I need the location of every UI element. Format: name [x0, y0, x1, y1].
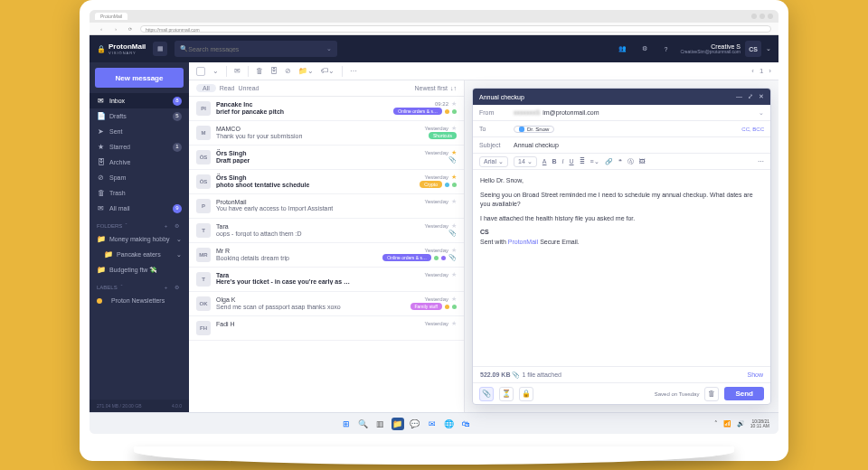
bold-icon[interactable]: B [552, 158, 556, 164]
chat-icon[interactable]: 💬 [409, 418, 421, 430]
bcc-button[interactable]: BCC [752, 127, 764, 132]
align-icon[interactable]: ≡⌄ [590, 158, 599, 165]
new-message-button[interactable]: New message [95, 68, 184, 88]
compose-header[interactable]: Annual checkup — ⤢ ✕ [473, 89, 770, 105]
taskview-icon[interactable]: ▥ [374, 418, 387, 430]
attach-icon[interactable]: 📎 [479, 387, 494, 401]
app-grid-icon[interactable]: ▦ [153, 42, 167, 56]
minimize-icon[interactable]: — [736, 93, 742, 100]
nav-reload-icon[interactable]: ⟳ [126, 26, 135, 32]
sidebar-item-all-mail[interactable]: ✉All mail9 [90, 201, 189, 216]
send-button[interactable]: Send [724, 387, 764, 400]
sidebar-item-archive[interactable]: 🗄Archive [90, 155, 189, 170]
message-row[interactable]: T TaraYesterday★ oops - forgot to attach… [189, 219, 464, 243]
wifi-icon[interactable]: 📶 [723, 420, 731, 428]
mail-icon[interactable]: ✉ [426, 418, 439, 430]
recipient-chip[interactable]: Dr. Snow [514, 126, 554, 133]
star-icon[interactable]: ★ [451, 149, 457, 156]
sort-button[interactable]: Newest first ↓↑ [414, 85, 457, 91]
more-icon[interactable]: ⋯ [350, 67, 357, 75]
sidebar-folder[interactable]: 📁Money making hobby⌄ [90, 231, 189, 247]
sidebar-item-inbox[interactable]: ✉Inbox8 [90, 93, 189, 108]
volume-icon[interactable]: 🔊 [737, 420, 745, 428]
sidebar-item-spam[interactable]: ⊘Spam [90, 170, 189, 185]
settings-icon[interactable]: ⚙ [637, 42, 652, 56]
list-ul-icon[interactable]: ≣ [580, 158, 585, 165]
prev-page-icon[interactable]: ‹ [751, 67, 754, 75]
expire-icon[interactable]: ⏳ [499, 387, 514, 401]
attachments-row[interactable]: 522.09 KB 📎 1 file attached Show [473, 366, 770, 382]
archive-icon[interactable]: 🗄 [270, 67, 278, 75]
filter-unread[interactable]: Unread [239, 85, 259, 91]
search-input[interactable] [188, 46, 297, 52]
color-icon[interactable]: A [542, 158, 547, 164]
chevron-down-icon[interactable]: ⌄ [212, 67, 219, 75]
sidebar-item-trash[interactable]: 🗑Trash [90, 185, 189, 201]
folders-header[interactable]: FOLDERS˄ + ⚙ [90, 216, 189, 231]
star-icon[interactable]: ★ [451, 271, 457, 278]
compose-from-row[interactable]: From xxxxxxxSim@protonmail.com ⌄ [473, 105, 770, 121]
link-icon[interactable]: 🔗 [605, 158, 613, 165]
message-row[interactable]: T TaraYesterday★ Here's your ticket - in… [189, 268, 464, 292]
clear-format-icon[interactable]: Ⓐ [627, 157, 634, 166]
star-icon[interactable]: ★ [451, 198, 457, 205]
star-icon[interactable]: ★ [451, 174, 457, 181]
message-row[interactable]: P ProtonMailYesterday★ You have early ac… [189, 194, 464, 219]
compose-to-row[interactable]: To Dr. Snow CC, BCC [473, 121, 770, 137]
sidebar-label[interactable]: Proton Newsletters [90, 293, 189, 308]
next-page-icon[interactable]: › [769, 67, 771, 75]
cc-button[interactable]: CC [741, 127, 750, 132]
spam-icon[interactable]: ⊘ [285, 67, 291, 75]
label-actions[interactable]: + ⚙ [165, 284, 182, 290]
message-row[interactable]: MR Mr RYesterday★ Booking details dream … [189, 243, 464, 268]
nav-fwd-icon[interactable]: › [111, 26, 120, 32]
sidebar-item-starred[interactable]: ★Starred1 [90, 139, 189, 155]
edge-icon[interactable]: 🌐 [443, 418, 456, 430]
filter-read[interactable]: Read [220, 85, 235, 91]
message-row[interactable]: FH Fadi HYesterday★ [189, 316, 464, 341]
taskbar-clock[interactable]: 10/28/2110:11 AM [750, 419, 769, 428]
select-all-checkbox[interactable] [196, 67, 205, 76]
signature-link[interactable]: ProtonMail [508, 239, 538, 245]
search-box[interactable]: 🔍 ⌄ [175, 41, 337, 57]
star-icon[interactable]: ★ [451, 296, 457, 303]
store-icon[interactable]: 🛍 [460, 418, 473, 430]
show-attachments-button[interactable]: Show [747, 371, 763, 378]
chevron-down-icon[interactable]: ⌄ [176, 249, 182, 259]
browser-tab[interactable]: ProtonMail [95, 13, 127, 20]
chevron-down-icon[interactable]: ⌄ [326, 45, 332, 52]
task-search-icon[interactable]: 🔍 [357, 418, 370, 430]
image-icon[interactable]: 🖼 [639, 158, 646, 164]
message-row[interactable]: M MAMCOYesterday★ Thank you for your sub… [189, 121, 464, 146]
compose-subject-row[interactable]: Subject Annual checkup [473, 137, 770, 154]
star-icon[interactable]: ★ [451, 125, 457, 132]
font-select[interactable]: Arial ⌄ [479, 156, 508, 167]
compose-body[interactable]: Hello Dr. Snow, Seeing you on Broad Stre… [473, 170, 770, 366]
mark-read-icon[interactable]: ✉ [234, 67, 241, 75]
nav-back-icon[interactable]: ‹ [97, 26, 106, 32]
message-row[interactable]: ÖS Örs SinghYesterday★ photo shoot tenta… [189, 170, 464, 194]
explorer-icon[interactable]: 📁 [392, 418, 404, 430]
message-row[interactable]: ÖS Örs SinghYesterday★ Draft paper📎 [189, 146, 464, 170]
message-row[interactable]: OK Olga KYesterday★ Send me scan of pass… [189, 292, 464, 316]
message-row[interactable]: PI Pancake Inc09:22★ brief for pancake p… [189, 97, 464, 121]
sidebar-item-sent[interactable]: ➤Sent [90, 124, 189, 139]
expand-icon[interactable]: ⤢ [748, 93, 753, 100]
subject-input[interactable]: Annual checkup [514, 142, 764, 148]
user-menu[interactable]: Creative S CreativeSim@protonmail.com CS… [681, 41, 771, 57]
chevron-down-icon[interactable]: ⌄ [759, 109, 764, 117]
encrypt-icon[interactable]: 🔒 [519, 387, 533, 401]
italic-icon[interactable]: I [562, 158, 564, 164]
quote-icon[interactable]: ❝ [618, 158, 622, 165]
start-icon[interactable]: ⊞ [340, 418, 353, 430]
star-icon[interactable]: ★ [451, 100, 457, 108]
address-input[interactable]: https://mail.protonmail.com [140, 25, 771, 33]
help-icon[interactable]: ? [659, 42, 674, 56]
sidebar-folder[interactable]: 📁Pancake eaters⌄ [90, 247, 189, 262]
labels-header[interactable]: LABELS˄ + ⚙ [90, 277, 189, 293]
delete-icon[interactable]: 🗑 [256, 67, 263, 75]
contacts-icon[interactable]: 👥 [616, 42, 630, 56]
underline-icon[interactable]: U [570, 158, 574, 164]
chevron-down-icon[interactable]: ⌄ [766, 45, 771, 52]
star-icon[interactable]: ★ [451, 320, 457, 327]
